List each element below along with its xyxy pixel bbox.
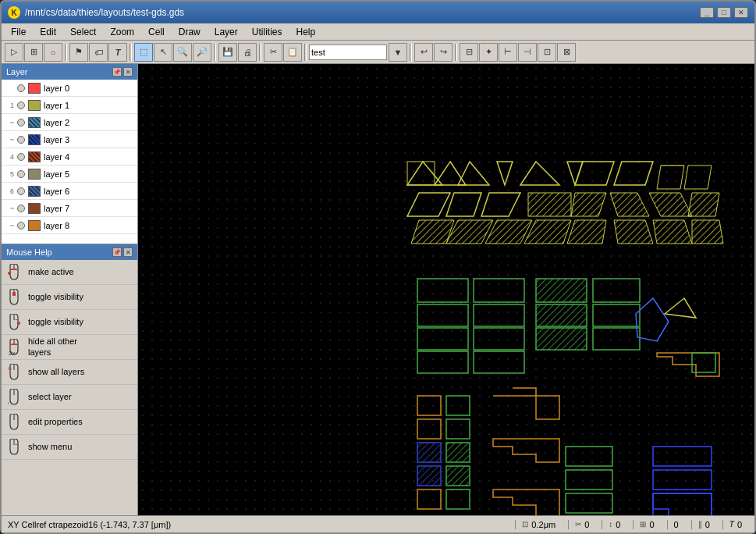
snap-button[interactable]: ✦	[479, 43, 498, 62]
zoom-out-button[interactable]: 🔎	[193, 43, 211, 62]
layer-visibility-toggle[interactable]	[17, 84, 25, 92]
cut-button[interactable]: ✂	[264, 43, 282, 62]
canvas-area[interactable]	[138, 64, 754, 515]
grid-button[interactable]: ⊟	[460, 43, 478, 62]
make-active-label: make active	[28, 267, 74, 277]
layer-row[interactable]: 4 layer 4	[2, 148, 137, 166]
svg-rect-42	[417, 279, 468, 302]
svg-rect-63	[446, 443, 470, 462]
svg-rect-54	[593, 304, 640, 326]
layer-row[interactable]: ~ layer 2	[2, 114, 137, 131]
layer-row[interactable]: 5 layer 5	[2, 166, 137, 183]
mouse-ctrl-click-icon: ⊕	[5, 363, 23, 382]
layer-visibility-toggle[interactable]	[17, 205, 25, 212]
mouse-middle-click-icon	[5, 288, 23, 307]
crosshatch-tool-button[interactable]: ⊞	[24, 43, 43, 62]
search-dropdown-button[interactable]: ▼	[389, 43, 407, 62]
undo-button[interactable]: ↩	[414, 43, 433, 62]
select-tool-button[interactable]: ⬚	[134, 43, 153, 62]
ellipse-tool-button[interactable]: ○	[44, 43, 62, 62]
svg-marker-32	[649, 193, 692, 216]
svg-point-5	[17, 322, 20, 325]
svg-point-1	[8, 272, 11, 275]
maximize-button[interactable]: □	[717, 7, 731, 18]
layer-row[interactable]: 6 layer 6	[2, 183, 137, 200]
mouse-shift-click-icon: ↑	[5, 388, 23, 407]
layer-visibility-toggle[interactable]	[17, 153, 25, 161]
mouse-help-title: Mouse Help	[6, 247, 52, 257]
main-window: K /mnt/cs/data/thies/layouts/test-gds.gd…	[0, 0, 756, 534]
zoom-in-button[interactable]: 🔍	[173, 43, 192, 62]
hide-other-layers-label: hide all otherlayers	[28, 336, 77, 357]
layer-row[interactable]: layer 0	[2, 80, 137, 97]
minimize-button[interactable]: _	[700, 7, 714, 18]
menu-cell[interactable]: Cell	[142, 25, 171, 39]
measure-button[interactable]: ⊣	[518, 43, 537, 62]
menu-zoom[interactable]: Zoom	[104, 25, 140, 39]
svg-rect-62	[417, 443, 441, 462]
svg-rect-74	[653, 493, 712, 515]
y-coord-value: 0	[616, 520, 620, 529]
toggle-visibility-label-1: toggle visibility	[28, 292, 83, 302]
svg-rect-73	[653, 470, 712, 490]
svg-marker-57	[665, 298, 696, 318]
title-bar: K /mnt/cs/data/thies/layouts/test-gds.gd…	[2, 2, 754, 23]
mouse-help-pin[interactable]: 📌	[112, 247, 122, 257]
copy-button[interactable]: 📋	[283, 43, 302, 62]
layer-visibility-toggle[interactable]	[17, 222, 25, 230]
menu-draw[interactable]: Draw	[172, 25, 207, 39]
extra-button[interactable]: ⊠	[557, 43, 576, 62]
toolbar-sep-7	[455, 44, 457, 61]
toggle-visibility-label-2: toggle visibility	[28, 317, 83, 327]
status-zoom: ⊡ 0.2μm	[515, 520, 562, 529]
layer-row[interactable]: ~ layer 7	[2, 200, 137, 217]
mouse-help-header-buttons: 📌 ✕	[112, 247, 133, 257]
menu-layer[interactable]: Layer	[208, 25, 244, 39]
title-bar-left: K /mnt/cs/data/thies/layouts/test-gds.gd…	[8, 6, 184, 19]
text-tool-button[interactable]: T	[108, 43, 127, 62]
mouse-help-close[interactable]: ✕	[123, 247, 133, 257]
layer-visibility-toggle[interactable]	[17, 101, 25, 109]
ruler-button[interactable]: ⊢	[499, 43, 517, 62]
svg-rect-68	[566, 447, 612, 466]
layer-visibility-toggle[interactable]	[17, 119, 25, 126]
layer-visibility-toggle[interactable]	[17, 170, 25, 178]
layer-row[interactable]: ~ layer 8	[2, 217, 137, 234]
save-button[interactable]: 💾	[218, 43, 237, 62]
svg-marker-36	[485, 220, 532, 244]
layer-visibility-toggle[interactable]	[17, 187, 25, 195]
mouse-help-item-show-all: ⊕ show all layers	[2, 360, 137, 385]
menu-utilities[interactable]: Utilities	[246, 25, 289, 39]
mouse-help-panel: Mouse Help 📌 ✕	[2, 244, 137, 460]
layer-panel-close[interactable]: ✕	[123, 67, 133, 77]
layer-visibility-toggle[interactable]	[17, 136, 25, 144]
layer-panel-pin[interactable]: 📌	[112, 67, 122, 77]
svg-marker-28	[481, 193, 520, 216]
menu-select[interactable]: Select	[64, 25, 102, 39]
close-button[interactable]: ✕	[734, 7, 748, 18]
layer-row[interactable]: 1 layer 1	[2, 97, 137, 114]
search-input[interactable]	[309, 44, 387, 60]
layer-panel-header: Layer 📌 ✕	[2, 64, 137, 80]
show-all-layers-label: show all layers	[28, 367, 84, 377]
arrow-tool-button[interactable]: ▷	[5, 43, 23, 62]
flag-tool-button[interactable]: ⚑	[69, 43, 88, 62]
svg-marker-40	[653, 220, 692, 244]
layer-row[interactable]: ~ layer 3	[2, 131, 137, 148]
menu-help[interactable]: Help	[289, 25, 321, 39]
label-tool-button[interactable]: 🏷	[89, 43, 108, 62]
status-extra2: ∥ 0	[691, 520, 716, 529]
print-button[interactable]: 🖨	[238, 43, 257, 62]
pointer-tool-button[interactable]: ↖	[154, 43, 172, 62]
mouse-right-click-icon	[5, 313, 23, 332]
status-z: ⊞ 0	[633, 520, 660, 529]
svg-marker-17	[497, 162, 513, 185]
fit-button[interactable]: ⊡	[538, 43, 556, 62]
redo-button[interactable]: ↪	[434, 43, 453, 62]
svg-marker-25	[684, 166, 712, 189]
mouse-help-item-toggle-vis-2: toggle visibility	[2, 310, 137, 335]
layer-swatch	[28, 83, 41, 94]
menu-edit[interactable]: Edit	[34, 25, 62, 39]
menu-file[interactable]: File	[5, 25, 32, 39]
layer-swatch	[28, 203, 41, 214]
